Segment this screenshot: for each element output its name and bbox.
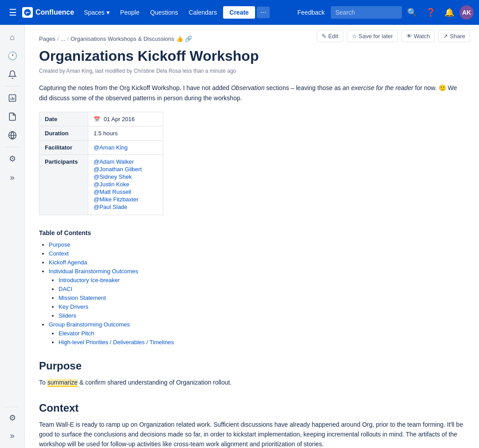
purpose-heading: Purpose	[39, 360, 465, 372]
top-navigation: ☰ Confluence Spaces ▾ People Questions C…	[0, 0, 479, 25]
logo-icon	[22, 7, 33, 18]
edit-label: Edit	[328, 33, 338, 39]
breadcrumb-pages[interactable]: Pages	[39, 35, 55, 42]
facilitator-value: @Aman King	[88, 141, 163, 155]
sidebar-item-pages[interactable]	[4, 108, 21, 126]
calendars-label: Calendars	[188, 9, 217, 16]
feedback-button[interactable]: Feedback	[293, 6, 329, 19]
help-icon-btn[interactable]: ❓	[422, 6, 439, 19]
share-label: Share	[450, 33, 465, 39]
questions-link[interactable]: Questions	[145, 6, 182, 19]
toc-subitem-ice-breaker: Introductory Ice-breaker	[59, 276, 465, 283]
breadcrumb-section[interactable]: Organisations Workshops & Discussions	[71, 35, 174, 42]
edit-button[interactable]: ✎ Edit	[317, 30, 343, 42]
sidebar-item-settings[interactable]: ⚙	[4, 150, 21, 168]
breadcrumb-ellipsis[interactable]: ...	[61, 35, 66, 42]
toc-link-elevator-pitch[interactable]: Elevator Pitch	[59, 330, 94, 337]
toc-item-individual-brainstorming: Individual Brainstorming Outcomes Introd…	[49, 267, 465, 319]
toc-subitem-sliders: Sliders	[59, 312, 465, 319]
breadcrumb-like-icon[interactable]: 👍	[176, 35, 183, 42]
toc-list: Purpose Context Kickoff Agenda Individua…	[39, 241, 465, 346]
purpose-text-before: To	[39, 379, 47, 386]
sidebar-item-expand[interactable]: »	[4, 169, 21, 186]
toc-item-purpose: Purpose	[49, 241, 465, 248]
sidebar-item-spaces[interactable]	[4, 126, 21, 144]
people-label: People	[120, 9, 140, 16]
sidebar-item-notifications[interactable]	[4, 66, 21, 83]
watch-button[interactable]: 👁 Watch	[401, 30, 435, 42]
toc-link-high-level-priorities[interactable]: High-level Priorities / Deliverables / T…	[59, 339, 174, 346]
avatar[interactable]: AK	[459, 5, 474, 20]
toc-item-kickoff-agenda: Kickoff Agenda	[49, 259, 465, 266]
toc-link-individual-brainstorming[interactable]: Individual Brainstorming Outcomes	[49, 268, 138, 275]
toc-item-group-brainstorming: Group Brainstorming Outcomes Elevator Pi…	[49, 321, 465, 346]
participant-3[interactable]: @Sidney Shek	[94, 173, 157, 180]
info-row-participants: Participants @Adam Walker @Jonathan Gilb…	[39, 155, 163, 215]
hamburger-menu[interactable]: ☰	[5, 5, 20, 20]
toc-link-context[interactable]: Context	[49, 250, 69, 257]
facilitator-mention[interactable]: @Aman King	[94, 144, 128, 151]
page-actions-bar: ✎ Edit ☆ Save for later 👁 Watch ↗ Share	[308, 25, 479, 47]
context-heading: Context	[39, 402, 465, 414]
toc-link-purpose[interactable]: Purpose	[49, 241, 70, 248]
toc-subitem-high-level-priorities: High-level Priorities / Deliverables / T…	[59, 338, 465, 346]
save-for-later-button[interactable]: ☆ Save for later	[347, 30, 398, 42]
sidebar-item-bottom-settings[interactable]: ⚙	[4, 409, 21, 427]
purpose-text-after: & confirm shared understanding of Organi…	[78, 379, 232, 386]
sidebar-item-bottom-expand[interactable]: »	[4, 427, 21, 444]
sidebar-divider-2	[5, 147, 20, 147]
watch-label: Watch	[414, 33, 430, 39]
share-icon: ↗	[443, 33, 448, 39]
sidebar-item-home[interactable]: ⌂	[4, 28, 21, 46]
star-icon: ☆	[352, 33, 357, 39]
participants-label: Participants	[39, 155, 88, 215]
context-text: Team Wall-E is ready to ramp up on Organ…	[39, 420, 465, 448]
sidebar-item-reports[interactable]	[4, 89, 21, 107]
duration-label: Duration	[39, 126, 88, 141]
duration-value: 1.5 hours	[88, 126, 163, 141]
confluence-logo[interactable]: Confluence	[22, 7, 74, 18]
toc-link-daci[interactable]: DACI	[59, 286, 72, 292]
toc-link-key-drivers[interactable]: Key Drivers	[59, 303, 88, 310]
left-sidebar: ⌂ 🕐 ⚙ » ⚙ »	[0, 25, 25, 448]
purpose-text: To summarize & confirm shared understand…	[39, 377, 465, 387]
toc-sublist-individual: Introductory Ice-breaker DACI Mission St…	[49, 276, 465, 319]
questions-label: Questions	[150, 9, 178, 16]
date-label: Date	[39, 112, 88, 126]
info-row-date: Date 📅 01 Apr 2016	[39, 112, 163, 126]
create-button[interactable]: Create	[223, 6, 255, 19]
sidebar-divider-1	[5, 86, 20, 86]
toc-link-ice-breaker[interactable]: Introductory Ice-breaker	[59, 277, 120, 283]
toc-link-kickoff-agenda[interactable]: Kickoff Agenda	[49, 259, 87, 266]
people-link[interactable]: People	[116, 6, 144, 19]
breadcrumb-sep-2: /	[67, 35, 69, 42]
participant-4[interactable]: @Justin Koke	[94, 181, 157, 188]
breadcrumb-watch-icon[interactable]: 🔗	[185, 35, 192, 42]
toc-link-sliders[interactable]: Sliders	[59, 312, 76, 319]
more-options-button[interactable]: ···	[257, 7, 270, 18]
notifications-icon-btn[interactable]: 🔔	[441, 6, 458, 19]
participant-7[interactable]: @Paul Slade	[94, 204, 157, 210]
spaces-menu[interactable]: Spaces ▾	[79, 6, 114, 19]
search-icon-btn[interactable]: 🔍	[404, 6, 420, 19]
toc-subitem-daci: DACI	[59, 285, 465, 292]
spaces-chevron: ▾	[106, 9, 110, 16]
info-row-facilitator: Facilitator @Aman King	[39, 141, 163, 155]
context-section: Context Team Wall-E is ready to ramp up …	[39, 402, 465, 448]
calendar-icon: 📅	[94, 116, 100, 122]
page-meta: Created by Aman King, last modified by C…	[39, 68, 465, 74]
toc-sublist-group: Elevator Pitch High-level Priorities / D…	[49, 330, 465, 346]
calendars-link[interactable]: Calendars	[184, 6, 221, 19]
logo-text: Confluence	[35, 8, 74, 16]
participant-6[interactable]: @Mike Fitzbaxter	[94, 196, 157, 203]
toc-link-mission-statement[interactable]: Mission Statement	[59, 295, 106, 301]
date-text: 01 Apr 2016	[104, 116, 135, 122]
sidebar-item-recent[interactable]: 🕐	[4, 47, 21, 65]
table-of-contents: Table of Contents Purpose Context Kickof…	[39, 229, 465, 346]
share-button[interactable]: ↗ Share	[438, 30, 470, 42]
participant-1[interactable]: @Adam Walker	[94, 158, 157, 165]
participant-5[interactable]: @Matt Russell	[94, 189, 157, 195]
participant-2[interactable]: @Jonathan Gilbert	[94, 166, 157, 173]
toc-link-group-brainstorming[interactable]: Group Brainstorming Outcomes	[49, 321, 130, 328]
search-input[interactable]	[331, 6, 402, 19]
